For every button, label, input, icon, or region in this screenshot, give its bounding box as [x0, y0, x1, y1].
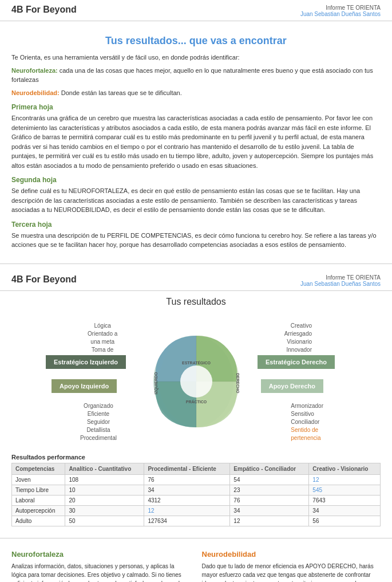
- table-cell: Joven: [12, 474, 65, 485]
- neurofortaleza-col: Neurofortaleza Analizas información, dat…: [11, 550, 191, 583]
- brain-section: Tus resultados LógicaOrientado auna meta…: [0, 291, 392, 454]
- col-header-empatico: Empático - Conciliador: [230, 463, 309, 474]
- table-row: Laboral204312767643: [12, 495, 381, 505]
- table-cell: 20: [65, 495, 144, 505]
- main-title: Tus resultados... que vas a encontrar: [11, 35, 381, 47]
- neurodebilidad-label: Neurodebilidad:: [11, 89, 60, 96]
- neurodebilidad-body: Dado que tu lado de menor eficiencia es …: [202, 562, 381, 583]
- intro-line: Te Orienta, es una herramienta versátil …: [11, 53, 381, 62]
- tus-resultados-title: Tus resultados: [11, 297, 381, 307]
- table-cell: 54: [230, 474, 309, 485]
- table-cell: Laboral: [12, 495, 65, 505]
- table-cell: 10: [65, 485, 144, 495]
- brand-prefix: 4B: [11, 5, 23, 14]
- table-cell: 12: [230, 516, 309, 526]
- table-row: Autopercepción30123434: [12, 505, 381, 516]
- brand-logo: 4B For Beyond: [11, 5, 77, 15]
- svg-text:DERECHO: DERECHO: [236, 373, 240, 394]
- brand-logo-mid: 4B For Beyond: [11, 274, 77, 285]
- table-cell: 108: [65, 474, 144, 485]
- brand-prefix-mid: 4B: [11, 274, 23, 284]
- segunda-hoja-text: Se define cuál es tu NEUROFORTALEZA, es …: [11, 186, 381, 215]
- table-row: Tiempo Libre103423545: [12, 485, 381, 495]
- performance-table: Resultados performance Competencias Anal…: [11, 454, 381, 526]
- brain-label-tr: CreativoArriesgadoVisionarioInnovador: [284, 322, 312, 354]
- col-header-creativo: Creativo - Visionario: [309, 463, 381, 474]
- brain-label-br: ArmonizadorSensitivoConciliadorSentido d…: [291, 402, 323, 442]
- neuro-section: Neurofortaleza Analizas información, dat…: [0, 544, 392, 583]
- brain-diagram: ESTRATÉGICO PRÁCTICO IZQUIERDO DERECHO: [139, 324, 254, 440]
- neurodebilidad-heading: Neurodebilidad: [202, 550, 381, 559]
- table-cell: 34: [309, 505, 381, 516]
- neurodebilidad-col: Neurodebilidad Dado que tu lado de menor…: [202, 550, 381, 583]
- table-cell: 50: [65, 516, 144, 526]
- table-cell: 12: [309, 474, 381, 485]
- table-cell: 545: [309, 485, 381, 495]
- table-row: Joven108765412: [12, 474, 381, 485]
- tercera-hoja-text: Se muestra una descripción de tu PERFIL …: [11, 231, 381, 250]
- table-header-row: Competencias Analítico - Cuantitativo Pr…: [12, 463, 381, 474]
- col-header-analitico: Analítico - Cuantitativo: [65, 463, 144, 474]
- tercera-hoja-heading: Tercera hoja: [11, 221, 381, 229]
- table-cell: 30: [65, 505, 144, 516]
- report-info-mid: Informe TE ORIENTA Juan Sebastian Dueñas…: [300, 274, 381, 287]
- neurodebilidad-desc: Donde están las tareas que se te dificul…: [60, 89, 182, 96]
- performance-section: Resultados performance Competencias Anal…: [0, 454, 392, 532]
- report-info-top: Informe TE ORIENTA Juan Sebastian Dueñas…: [300, 5, 381, 17]
- estrategico-izquierdo-button[interactable]: Estratégico Izquierdo: [46, 355, 126, 369]
- report-name-top: Juan Sebastian Dueñas Santos: [300, 11, 381, 17]
- svg-point-4: [180, 365, 212, 398]
- intro-section: Tus resultados... que vas a encontrar Te…: [0, 21, 392, 258]
- primera-hoja-heading: Primera hoja: [11, 103, 381, 111]
- table-cell: 76: [144, 474, 230, 485]
- table-row: Adulto501276341256: [12, 516, 381, 526]
- neurofortaleza-label: Neurofortaleza:: [11, 67, 58, 74]
- neurodebilidad-intro: Neurodebilidad: Donde están las tareas q…: [11, 88, 381, 98]
- table-caption: Resultados performance: [11, 454, 381, 461]
- brain-label-bl: OrganizadoEficienteSeguidorDetallistaPro…: [80, 402, 117, 442]
- svg-text:ESTRATÉGICO: ESTRATÉGICO: [181, 360, 211, 365]
- table-cell: 76: [230, 495, 309, 505]
- segunda-hoja-heading: Segunda hoja: [11, 176, 381, 184]
- table-cell: 34: [230, 505, 309, 516]
- col-header-procedimental: Procedimental - Eficiente: [144, 463, 230, 474]
- report-label-mid: Informe TE ORIENTA: [300, 274, 381, 281]
- apoyo-derecho-button[interactable]: Apoyo Derecho: [261, 379, 323, 393]
- table-cell: 34: [144, 485, 230, 495]
- header-top: 4B For Beyond Informe TE ORIENTA Juan Se…: [0, 0, 392, 21]
- col-header-competencias: Competencias: [12, 463, 65, 474]
- svg-text:IZQUIERDO: IZQUIERDO: [154, 372, 159, 394]
- apoyo-izquierdo-button[interactable]: Apoyo Izquierdo: [52, 379, 117, 393]
- report-label-top: Informe TE ORIENTA: [300, 5, 381, 11]
- primera-hoja-text: Encontrarás una gráfica de un cerebro qu…: [11, 113, 381, 170]
- brand-name: For Beyond: [26, 5, 77, 14]
- header-mid: 4B For Beyond Informe TE ORIENTA Juan Se…: [0, 270, 392, 291]
- table-cell: 127634: [144, 516, 230, 526]
- table-cell: Tiempo Libre: [12, 485, 65, 495]
- table-cell: Adulto: [12, 516, 65, 526]
- table-cell: 7643: [309, 495, 381, 505]
- brand-name-mid: For Beyond: [26, 274, 77, 284]
- neurofortaleza-desc: cada una de las cosas que haces mejor, a…: [11, 67, 373, 84]
- estrategico-derecho-button[interactable]: Estratégico Derecho: [258, 355, 335, 369]
- table-cell: 23: [230, 485, 309, 495]
- brain-container: LógicaOrientado auna metaToma dedecision…: [11, 316, 381, 448]
- report-name-mid: Juan Sebastian Dueñas Santos: [300, 281, 381, 287]
- svg-text:PRÁCTICO: PRÁCTICO: [185, 399, 207, 404]
- neurofortaleza-intro: Neurofortaleza: cada una de las cosas qu…: [11, 66, 381, 85]
- table-cell: 4312: [144, 495, 230, 505]
- neurofortaleza-body: Analizas información, datos, situaciones…: [11, 562, 191, 583]
- table-cell: Autopercepción: [12, 505, 65, 516]
- table-cell: 56: [309, 516, 381, 526]
- neurofortaleza-heading: Neurofortaleza: [11, 550, 191, 559]
- table-cell: 12: [144, 505, 230, 516]
